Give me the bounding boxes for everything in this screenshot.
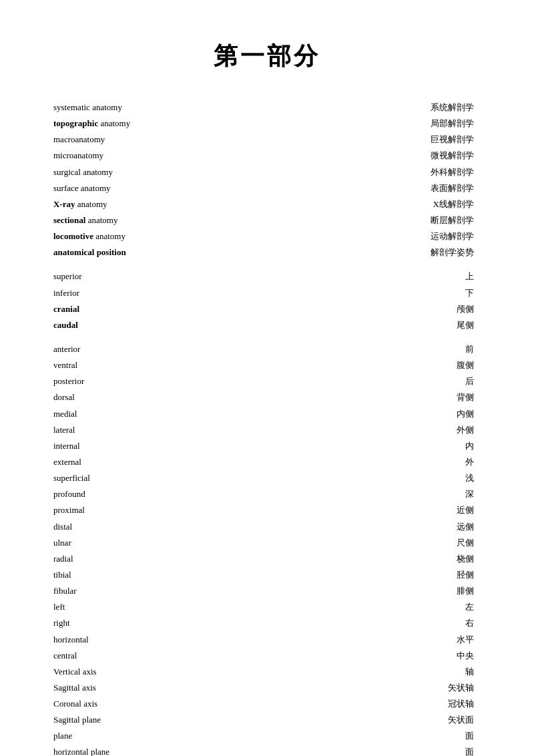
chinese-term: 巨视解剖学 bbox=[267, 132, 481, 148]
chinese-term: 内 bbox=[267, 438, 481, 454]
english-term: internal bbox=[53, 438, 267, 454]
english-term: sectional anatomy bbox=[53, 212, 267, 228]
english-term: profound bbox=[53, 486, 267, 502]
english-term: macroanatomy bbox=[53, 132, 267, 148]
english-term: proximal bbox=[53, 502, 267, 518]
table-row: distal远侧 bbox=[53, 519, 481, 535]
chinese-term: 外科解剖学 bbox=[267, 164, 481, 180]
english-term: medial bbox=[53, 406, 267, 422]
chinese-term: 面 bbox=[267, 744, 481, 756]
table-row: topographic anatomy局部解剖学 bbox=[53, 116, 481, 132]
table-row: sectional anatomy断层解剖学 bbox=[53, 212, 481, 228]
table-row: profound深 bbox=[53, 486, 481, 502]
chinese-term: 胫侧 bbox=[267, 567, 481, 583]
english-term: topographic anatomy bbox=[53, 116, 267, 132]
english-term: locomotive anatomy bbox=[53, 228, 267, 244]
chinese-term: 内侧 bbox=[267, 406, 481, 422]
english-term: microanatomy bbox=[53, 148, 267, 164]
table-row: dorsal背侧 bbox=[53, 389, 481, 405]
table-row: proximal近侧 bbox=[53, 502, 481, 518]
english-term: ventral bbox=[53, 357, 267, 373]
english-term: Sagittal plane bbox=[53, 712, 267, 728]
chinese-term: 矢状面 bbox=[267, 712, 481, 728]
english-term: distal bbox=[53, 519, 267, 535]
chinese-term: X线解剖学 bbox=[267, 196, 481, 212]
table-row: central中央 bbox=[53, 648, 481, 664]
english-term: superior bbox=[53, 268, 267, 285]
chinese-term: 外 bbox=[267, 454, 481, 470]
english-term: external bbox=[53, 454, 267, 470]
english-term: fibular bbox=[53, 583, 267, 599]
chinese-term: 颅侧 bbox=[267, 301, 481, 317]
table-row: fibular腓侧 bbox=[53, 583, 481, 599]
english-term: tibial bbox=[53, 567, 267, 583]
english-term: posterior bbox=[53, 373, 267, 389]
chinese-term: 尾侧 bbox=[267, 317, 481, 333]
table-row: internal内 bbox=[53, 438, 481, 454]
english-term: inferior bbox=[53, 285, 267, 301]
chinese-term: 微视解剖学 bbox=[267, 148, 481, 164]
table-row: surgical anatomy外科解剖学 bbox=[53, 164, 481, 180]
table-row: posterior后 bbox=[53, 373, 481, 389]
table-row: horizontal水平 bbox=[53, 632, 481, 648]
table-row: anatomical position解剖学姿势 bbox=[53, 244, 481, 260]
chinese-term: 面 bbox=[267, 728, 481, 744]
chinese-term: 深 bbox=[267, 486, 481, 502]
english-term: ulnar bbox=[53, 535, 267, 551]
table-row: locomotive anatomy运动解剖学 bbox=[53, 228, 481, 244]
chinese-term: 矢状轴 bbox=[267, 680, 481, 696]
chinese-term: 冠状轴 bbox=[267, 696, 481, 712]
chinese-term: 轴 bbox=[267, 664, 481, 680]
table-row: horizontal plane面 bbox=[53, 744, 481, 756]
table-row: anterior前 bbox=[53, 341, 481, 357]
english-term: plane bbox=[53, 728, 267, 744]
chinese-term: 上 bbox=[267, 268, 481, 285]
table-row: systematic anatomy系统解剖学 bbox=[53, 100, 481, 116]
table-row: superior上 bbox=[53, 268, 481, 285]
chinese-term: 腹侧 bbox=[267, 357, 481, 373]
table-row: superficial浅 bbox=[53, 470, 481, 486]
table-row: ventral腹侧 bbox=[53, 357, 481, 373]
english-term: Sagittal axis bbox=[53, 680, 267, 696]
english-term: X-ray anatomy bbox=[53, 196, 267, 212]
table-row: ulnar尺侧 bbox=[53, 535, 481, 551]
chinese-term: 腓侧 bbox=[267, 583, 481, 599]
english-term: horizontal plane bbox=[53, 744, 267, 756]
table-row: Coronal axis冠状轴 bbox=[53, 696, 481, 712]
table-row: lateral外侧 bbox=[53, 422, 481, 438]
chinese-term: 中央 bbox=[267, 648, 481, 664]
chinese-term: 浅 bbox=[267, 470, 481, 486]
english-term: left bbox=[53, 599, 267, 615]
table-row: cranial颅侧 bbox=[53, 301, 481, 317]
table-row: microanatomy微视解剖学 bbox=[53, 148, 481, 164]
table-row: tibial胫侧 bbox=[53, 567, 481, 583]
chinese-term: 前 bbox=[267, 341, 481, 357]
table-row: surface anatomy表面解剖学 bbox=[53, 180, 481, 196]
chinese-term: 下 bbox=[267, 285, 481, 301]
table-row: left左 bbox=[53, 599, 481, 615]
chinese-term: 尺侧 bbox=[267, 535, 481, 551]
chinese-term: 远侧 bbox=[267, 519, 481, 535]
chinese-term: 水平 bbox=[267, 632, 481, 648]
table-row: Sagittal plane矢状面 bbox=[53, 712, 481, 728]
page-title: 第一部分 bbox=[53, 40, 481, 73]
chinese-term: 背侧 bbox=[267, 389, 481, 405]
table-row: plane面 bbox=[53, 728, 481, 744]
english-term: anatomical position bbox=[53, 244, 267, 260]
english-term: cranial bbox=[53, 301, 267, 317]
chinese-term: 左 bbox=[267, 599, 481, 615]
table-row: external外 bbox=[53, 454, 481, 470]
english-term: caudal bbox=[53, 317, 267, 333]
table-row: Sagittal axis矢状轴 bbox=[53, 680, 481, 696]
table-row: medial内侧 bbox=[53, 406, 481, 422]
chinese-term: 右 bbox=[267, 615, 481, 631]
table-row: caudal尾侧 bbox=[53, 317, 481, 333]
english-term: superficial bbox=[53, 470, 267, 486]
english-term: systematic anatomy bbox=[53, 100, 267, 116]
english-term: dorsal bbox=[53, 389, 267, 405]
english-term: anterior bbox=[53, 341, 267, 357]
chinese-term: 桡侧 bbox=[267, 551, 481, 567]
english-term: right bbox=[53, 615, 267, 631]
english-term: horizontal bbox=[53, 632, 267, 648]
table-row: X-ray anatomyX线解剖学 bbox=[53, 196, 481, 212]
